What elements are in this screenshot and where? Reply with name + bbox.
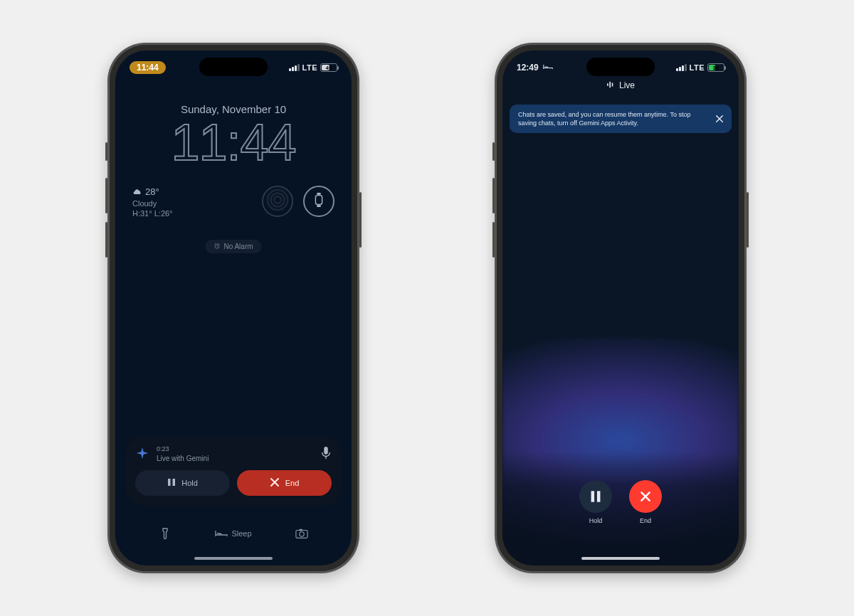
widget-row <box>262 186 334 217</box>
svg-point-1 <box>271 193 285 207</box>
svg-rect-10 <box>296 531 307 538</box>
activity-rings-widget[interactable] <box>262 186 293 217</box>
call-controls-panel: Hold End <box>502 452 739 565</box>
svg-rect-9 <box>173 479 176 486</box>
network-label: LTE <box>690 63 705 72</box>
home-indicator[interactable] <box>194 557 273 560</box>
volume-down[interactable] <box>105 222 107 257</box>
close-icon <box>639 490 652 503</box>
svg-point-2 <box>274 196 280 203</box>
weather-high: H:31° <box>132 209 152 218</box>
network-label: LTE <box>302 63 317 72</box>
dynamic-island[interactable] <box>586 58 655 76</box>
signal-icon <box>676 64 687 71</box>
svg-rect-12 <box>300 529 303 531</box>
camera-button[interactable] <box>295 527 308 540</box>
svg-point-11 <box>300 532 304 536</box>
flashlight-icon <box>159 527 172 540</box>
phone-lockscreen: 11:44 LTE 49 Sunday, November 10 11:44 <box>107 43 359 573</box>
weather-temp: 28° <box>145 186 159 198</box>
battery-indicator: 39 <box>707 63 724 72</box>
cloud-icon <box>132 186 142 198</box>
rings-icon <box>265 188 290 215</box>
gemini-icon <box>135 446 149 463</box>
weather-condition: Cloudy <box>132 198 173 209</box>
status-time: 12:49 <box>517 63 539 73</box>
volume-down[interactable] <box>492 222 495 257</box>
signal-icon <box>289 64 300 71</box>
info-banner: Chats are saved, and you can resume them… <box>510 105 732 133</box>
banner-text: Chats are saved, and you can resume them… <box>518 111 690 127</box>
close-icon <box>715 115 724 123</box>
live-header-label: Live <box>619 80 635 90</box>
volume-up[interactable] <box>105 178 107 213</box>
power-button[interactable] <box>359 192 362 248</box>
svg-rect-14 <box>609 82 611 87</box>
hold-label: Hold <box>181 479 198 487</box>
svg-rect-17 <box>597 491 601 501</box>
svg-rect-4 <box>317 193 321 195</box>
svg-rect-15 <box>612 83 613 87</box>
hold-button[interactable]: Hold <box>135 470 230 496</box>
lockscreen-dock: Sleep <box>115 527 352 540</box>
mute-switch[interactable] <box>492 142 495 161</box>
hold-label: Hold <box>589 517 603 524</box>
svg-rect-16 <box>591 491 595 501</box>
lockscreen-time: 11:44 <box>115 113 352 171</box>
live-title: Live with Gemini <box>157 454 313 463</box>
flashlight-button[interactable] <box>159 527 172 540</box>
home-indicator[interactable] <box>581 557 660 560</box>
dynamic-island[interactable] <box>199 58 268 76</box>
pause-icon <box>167 478 176 488</box>
end-label: End <box>640 517 651 524</box>
mute-switch[interactable] <box>105 142 107 161</box>
svg-rect-13 <box>607 83 608 85</box>
end-label: End <box>285 479 300 487</box>
live-duration: 0:23 <box>157 445 313 454</box>
end-button[interactable]: End <box>629 480 662 524</box>
svg-rect-7 <box>324 447 327 455</box>
hold-button[interactable]: Hold <box>579 480 612 524</box>
sleep-focus-icon <box>543 63 553 73</box>
banner-close-button[interactable] <box>713 112 726 125</box>
battery-indicator: 49 <box>320 63 337 72</box>
phone-gemini-live: 12:49 LTE 39 <box>495 43 747 573</box>
power-button[interactable] <box>747 192 749 248</box>
svg-rect-3 <box>315 196 322 205</box>
live-activity-card[interactable]: 0:23 Live with Gemini Hold <box>125 437 342 506</box>
close-icon <box>270 477 280 489</box>
pause-icon <box>589 490 602 503</box>
status-time-pill[interactable]: 11:44 <box>130 61 166 74</box>
volume-up[interactable] <box>492 178 495 213</box>
sleep-label: Sleep <box>231 529 251 538</box>
watch-icon <box>313 192 325 211</box>
live-header: Live <box>502 80 739 90</box>
watch-battery-widget[interactable] <box>303 186 334 217</box>
sleep-focus[interactable]: Sleep <box>215 527 251 540</box>
alarm-chip[interactable]: No Alarm <box>205 240 261 253</box>
audio-bars-icon <box>606 80 615 90</box>
svg-rect-8 <box>168 479 171 486</box>
bed-icon <box>215 527 228 540</box>
weather-low: L:26° <box>154 209 173 218</box>
alarm-icon <box>214 243 220 250</box>
camera-icon <box>295 527 308 540</box>
end-button[interactable]: End <box>237 470 332 496</box>
microphone-icon[interactable] <box>320 446 332 463</box>
svg-rect-5 <box>317 205 321 207</box>
alarm-label: No Alarm <box>223 243 253 250</box>
weather-widget[interactable]: 28° Cloudy H:31° L:26° <box>132 186 173 219</box>
